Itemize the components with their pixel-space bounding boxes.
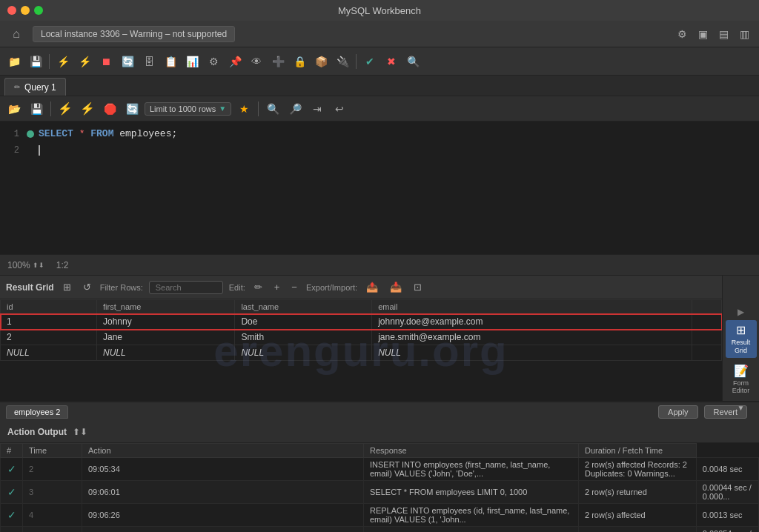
table-row-null[interactable]: NULL NULL NULL NULL: [1, 345, 722, 361]
cell-email-2[interactable]: jane.smith@example.com: [372, 330, 692, 345]
table-row[interactable]: 1 Johnny Doe johnny.doe@example.com: [1, 314, 722, 330]
cell-ln-1[interactable]: Doe: [235, 314, 372, 330]
result-grid-side-btn[interactable]: ⊞ Result Grid: [726, 320, 757, 358]
edit-add-icon[interactable]: +: [271, 280, 283, 294]
more-side-btn[interactable]: ▼: [726, 401, 757, 415]
cell-extra-null: [692, 345, 722, 361]
refresh-grid-icon[interactable]: ↺: [80, 280, 94, 294]
panel3-icon[interactable]: ▥: [735, 25, 753, 43]
cell-fn-2[interactable]: Jane: [97, 330, 235, 345]
panel-icon[interactable]: ▣: [694, 25, 712, 43]
zoom-control[interactable]: 100% ⬆⬇: [7, 260, 44, 270]
limit-arrow-icon: ▼: [219, 104, 226, 113]
plus-icon[interactable]: ➕: [268, 52, 288, 71]
action-log-cell-time: 09:05:34: [82, 458, 364, 481]
limit-dropdown[interactable]: Limit to 1000 rows ▼: [145, 102, 231, 116]
grid-view-icon[interactable]: ⊞: [60, 280, 74, 294]
search2-icon[interactable]: 🔍: [263, 99, 282, 119]
connection-label[interactable]: Local instance 3306 – Warning – not supp…: [33, 26, 235, 42]
format-icon[interactable]: ↩: [330, 99, 349, 119]
table-header-row: id first_name last_name email: [1, 300, 722, 314]
edit-del-icon[interactable]: −: [288, 280, 300, 294]
col-duration: Duration / Fetch Time: [579, 444, 697, 458]
export-label: Export/Import:: [306, 283, 357, 292]
run2-icon[interactable]: ⚡: [75, 52, 94, 71]
filter-input[interactable]: [149, 281, 223, 294]
minimize-button[interactable]: [21, 6, 30, 15]
edit-pencil-icon[interactable]: ✏: [251, 280, 265, 294]
execute-sel-icon[interactable]: ⚡: [78, 99, 97, 119]
employees-tab[interactable]: employees 2: [6, 405, 68, 419]
action-log-cell-status: ✓: [1, 458, 23, 481]
connection-toolbar: ⚙ ▣ ▤ ▥: [673, 25, 753, 43]
action-log-cell-duration: 0.0048 sec: [696, 458, 758, 481]
toggle-results-icon[interactable]: 🔄: [122, 99, 142, 119]
db2-icon[interactable]: 🔒: [290, 52, 309, 71]
col-time: Time: [23, 444, 82, 458]
editor-sep-1: [50, 102, 51, 116]
window-title: MySQL Workbench: [338, 5, 421, 16]
apply-button[interactable]: Apply: [658, 405, 698, 419]
cursor-position: 1:2: [56, 260, 69, 270]
schema-icon[interactable]: 📊: [182, 52, 202, 71]
query-tab-icon: ✏: [14, 83, 20, 91]
execute-icon[interactable]: ⚡: [56, 99, 75, 119]
indent-icon[interactable]: ⇥: [308, 99, 327, 119]
save-query-icon[interactable]: 💾: [27, 99, 46, 119]
action-log-cell-status: ✓: [1, 481, 23, 504]
action-log-cell-time: 09:06:45: [82, 527, 364, 533]
action-log-cell-num: 5: [23, 527, 82, 533]
edit-label: Edit:: [229, 283, 245, 292]
settings-icon[interactable]: ⚙: [673, 25, 691, 43]
view-icon[interactable]: 👁: [247, 52, 266, 71]
query-tab-1[interactable]: ✏ Query 1: [4, 78, 66, 96]
action-log-cell-duration: 0.0013 sec: [696, 504, 758, 527]
cross-icon[interactable]: ✖: [382, 52, 401, 71]
trigger-icon[interactable]: 📌: [225, 52, 245, 71]
maximize-button[interactable]: [34, 6, 43, 15]
home-icon[interactable]: ⌂: [6, 24, 27, 44]
find-icon[interactable]: 🔎: [285, 99, 305, 119]
table-row[interactable]: 2 Jane Smith jane.smith@example.com: [1, 330, 722, 345]
export-icon[interactable]: 📤: [363, 280, 381, 294]
folder-icon[interactable]: 📁: [4, 52, 24, 71]
cell-ln-2[interactable]: Smith: [235, 330, 372, 345]
table-icon[interactable]: 📋: [161, 52, 180, 71]
result-toolbar: Result Grid ⊞ ↺ Filter Rows: Edit: ✏ + −…: [0, 276, 722, 299]
close-button[interactable]: [7, 6, 16, 15]
save-icon[interactable]: 💾: [26, 52, 45, 71]
refresh-icon[interactable]: 🔄: [118, 52, 137, 71]
action-output-bar: Action Output ⬆⬇: [0, 421, 759, 443]
sql-editor[interactable]: 1 SELECT * FROM employees; 2: [0, 122, 759, 255]
cell-fn-null: NULL: [97, 345, 235, 361]
cell-id-2[interactable]: 2: [1, 330, 97, 345]
cell-fn-1[interactable]: Johnny: [97, 314, 235, 330]
cell-id-1[interactable]: 1: [1, 314, 97, 330]
import-icon[interactable]: 📥: [387, 280, 405, 294]
open-file-icon[interactable]: 📂: [4, 99, 24, 119]
database-icon[interactable]: 🗄: [139, 52, 159, 71]
sql-line-2: 2: [0, 142, 759, 162]
cell-email-1[interactable]: johnny.doe@example.com: [372, 314, 692, 330]
cell-extra-2: [692, 330, 722, 345]
col-header-extra: [692, 300, 722, 314]
inspect-icon[interactable]: 🔍: [403, 52, 422, 71]
sql-code-1: SELECT * FROM employees;: [39, 126, 177, 142]
action-log-cell-action: SELECT * FROM employees LIMIT 0, 1000: [364, 527, 579, 533]
db3-icon[interactable]: 📦: [311, 52, 331, 71]
stop-query-icon[interactable]: 🛑: [100, 99, 119, 119]
check-icon[interactable]: ✔: [360, 52, 380, 71]
traffic-lights: [7, 6, 43, 15]
side-expand-icon[interactable]: ▶: [736, 307, 746, 317]
stop-icon[interactable]: ⏹: [96, 52, 116, 71]
action-log-cell-num: 2: [23, 458, 82, 481]
run-icon[interactable]: ⚡: [53, 52, 73, 71]
form-editor-side-btn[interactable]: 📝 Form Editor: [726, 361, 757, 399]
zoom-arrow-icon: ⬆⬇: [33, 262, 44, 269]
proc-icon[interactable]: ⚙: [204, 52, 223, 71]
panel2-icon[interactable]: ▤: [715, 25, 732, 43]
wrap-icon[interactable]: ⊡: [411, 280, 425, 294]
action-output-select[interactable]: ⬆⬇: [73, 427, 87, 437]
star-icon[interactable]: ★: [234, 99, 253, 119]
db4-icon[interactable]: 🔌: [333, 52, 352, 71]
